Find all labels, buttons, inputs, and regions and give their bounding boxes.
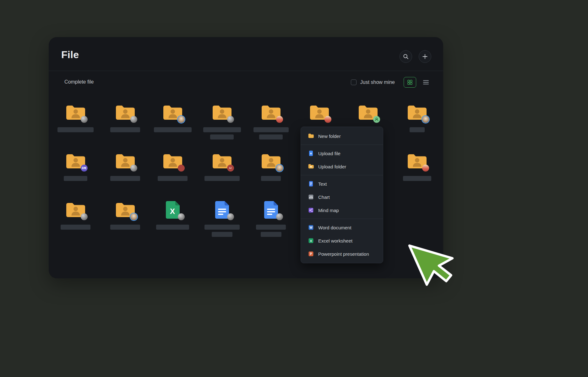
file-name-placeholder <box>204 225 240 230</box>
menu-item-powerpoint-presentation[interactable]: PPowerpoint presentation <box>301 247 383 260</box>
file-label <box>101 176 150 181</box>
folder-icon <box>246 150 296 172</box>
share-person-icon <box>374 117 379 122</box>
collaborator-avatar <box>422 165 429 172</box>
menu-item-label: Chart <box>318 194 330 200</box>
folder-icon <box>392 101 442 123</box>
avatar-initials: 志程 <box>82 167 86 169</box>
file-label <box>101 127 150 132</box>
file-label <box>392 176 442 181</box>
folder-icon <box>101 199 150 221</box>
avatar-initials: LI <box>229 167 231 169</box>
doc-icon <box>246 199 296 221</box>
folder-icon: LI <box>197 150 247 172</box>
file-name-placeholder <box>403 176 431 181</box>
menu-item-upload-folder[interactable]: Upload folder <box>301 160 383 173</box>
file-item[interactable] <box>295 101 344 127</box>
menu-group: TextChartMind map <box>301 175 383 219</box>
file-label <box>197 225 247 237</box>
file-label <box>101 225 150 230</box>
menu-item-text[interactable]: Text <box>301 177 383 190</box>
collaborator-avatar <box>227 213 234 220</box>
file-label <box>197 127 247 139</box>
collaborator-avatar <box>227 116 234 123</box>
file-label <box>246 176 296 181</box>
file-item[interactable] <box>246 101 296 139</box>
menu-item-mind-map[interactable]: Mind map <box>301 204 383 217</box>
file-item[interactable] <box>343 101 393 127</box>
file-item[interactable] <box>392 150 442 181</box>
file-item[interactable]: 志程 <box>51 150 100 181</box>
excel-icon: X <box>148 199 197 221</box>
collaborator-avatar <box>130 116 137 123</box>
menu-group: WWord documentxExcel worksheetPPowerpoin… <box>301 219 383 262</box>
file-label <box>51 225 100 230</box>
menu-item-label: Word document <box>318 225 351 230</box>
folder-icon <box>197 101 247 123</box>
file-item[interactable] <box>246 150 296 181</box>
collaborator-avatar <box>276 165 283 172</box>
menu-item-upload-file[interactable]: Upload file <box>301 147 383 160</box>
mind-map-icon <box>308 207 314 213</box>
menu-item-word-document[interactable]: WWord document <box>301 221 383 234</box>
file-item[interactable] <box>246 199 296 237</box>
menu-item-label: Upload file <box>318 151 340 156</box>
excel-icon: x <box>308 238 314 244</box>
menu-item-chart[interactable]: Chart <box>301 190 383 204</box>
svg-text:P: P <box>310 252 312 256</box>
svg-text:W: W <box>309 226 313 229</box>
folder-icon <box>343 101 393 123</box>
file-item[interactable] <box>101 199 150 230</box>
collaborator-avatar <box>276 213 283 220</box>
file-item[interactable] <box>197 199 247 237</box>
collaborator-avatar <box>178 213 185 220</box>
file-item[interactable] <box>51 199 100 230</box>
upload-folder-icon <box>308 163 314 170</box>
file-item[interactable] <box>392 101 442 132</box>
file-item[interactable]: X <box>148 199 197 230</box>
file-label <box>148 127 197 132</box>
file-item[interactable] <box>148 150 197 181</box>
file-label <box>51 176 100 181</box>
menu-group: New folder <box>301 128 383 145</box>
file-grid: 志程LIX <box>49 37 443 278</box>
folder-icon <box>392 150 442 172</box>
file-name-placeholder <box>256 225 286 230</box>
menu-item-excel-worksheet[interactable]: xExcel worksheet <box>301 234 383 247</box>
collaborator-avatar <box>130 165 137 172</box>
menu-item-new-folder[interactable]: New folder <box>301 129 383 143</box>
file-item[interactable] <box>197 101 247 139</box>
file-item[interactable] <box>101 150 150 181</box>
file-name-placeholder <box>57 127 94 132</box>
collaborator-avatar: LI <box>227 165 234 172</box>
file-item[interactable] <box>101 101 150 132</box>
collaborator-avatar <box>178 116 185 123</box>
file-item[interactable] <box>51 101 100 132</box>
file-item[interactable] <box>148 101 197 132</box>
file-name-placeholder <box>110 225 140 230</box>
menu-item-label: Excel worksheet <box>318 238 352 243</box>
svg-text:x: x <box>310 239 312 243</box>
file-label <box>148 225 197 230</box>
file-name-placeholder <box>210 134 234 139</box>
file-name-placeholder <box>156 225 189 230</box>
menu-group: Upload fileUpload folder <box>301 145 383 175</box>
file-item[interactable]: LI <box>197 150 247 181</box>
file-name-placeholder <box>110 176 140 181</box>
text-icon <box>308 181 314 187</box>
file-name-placeholder <box>204 176 240 181</box>
collaborator-avatar <box>130 213 137 220</box>
collaborator-avatar <box>324 116 331 123</box>
collaborator-avatar <box>81 116 88 123</box>
file-name-placeholder <box>203 127 241 132</box>
folder-icon <box>101 101 150 123</box>
folder-icon <box>51 199 100 221</box>
file-label <box>197 176 247 181</box>
menu-item-label: Upload folder <box>318 164 346 169</box>
file-name-placeholder <box>261 176 281 181</box>
svg-text:X: X <box>170 207 175 216</box>
file-name-placeholder <box>64 176 87 181</box>
collaborator-avatar <box>276 116 283 123</box>
collaborator-avatar <box>178 165 185 172</box>
collaborator-avatar: 志程 <box>81 165 88 172</box>
